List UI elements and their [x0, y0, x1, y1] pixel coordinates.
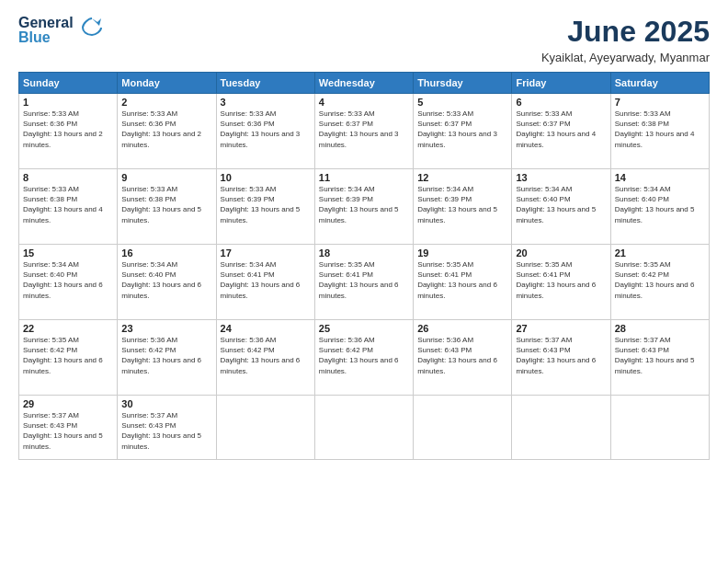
calendar-cell: 12 Sunrise: 5:34 AM Sunset: 6:39 PM Dayl… [414, 169, 512, 245]
logo-bird-icon [79, 15, 105, 46]
calendar-cell: 18 Sunrise: 5:35 AM Sunset: 6:41 PM Dayl… [314, 245, 413, 320]
calendar-cell: 24 Sunrise: 5:36 AM Sunset: 6:42 PM Dayl… [216, 320, 314, 396]
calendar-cell: 20 Sunrise: 5:35 AM Sunset: 6:41 PM Dayl… [512, 245, 610, 320]
day-info: Sunrise: 5:34 AM Sunset: 6:39 PM Dayligh… [417, 184, 507, 225]
day-number: 12 [417, 172, 507, 183]
calendar-cell: 9 Sunrise: 5:33 AM Sunset: 6:38 PM Dayli… [118, 169, 216, 245]
calendar-cell: 22 Sunrise: 5:35 AM Sunset: 6:42 PM Dayl… [19, 320, 118, 396]
day-number: 2 [121, 97, 211, 108]
page: General Blue June 2025 Kyaiklat, Ayeyarw… [0, 0, 728, 563]
calendar-cell [216, 396, 314, 460]
title-block: June 2025 Kyaiklat, Ayeyarwady, Myanmar [541, 15, 710, 64]
calendar-cell: 19 Sunrise: 5:35 AM Sunset: 6:41 PM Dayl… [414, 245, 512, 320]
calendar-cell: 14 Sunrise: 5:34 AM Sunset: 6:40 PM Dayl… [610, 169, 709, 245]
day-number: 22 [23, 323, 113, 334]
day-number: 20 [516, 247, 606, 259]
day-number: 14 [615, 172, 705, 183]
weekday-header-thursday: Thursday [414, 73, 512, 94]
calendar-cell [314, 396, 413, 460]
day-info: Sunrise: 5:34 AM Sunset: 6:40 PM Dayligh… [23, 259, 113, 301]
weekday-header-friday: Friday [512, 73, 610, 94]
day-info: Sunrise: 5:34 AM Sunset: 6:40 PM Dayligh… [121, 259, 211, 301]
day-number: 4 [319, 97, 409, 108]
day-number: 15 [23, 247, 113, 259]
day-info: Sunrise: 5:37 AM Sunset: 6:43 PM Dayligh… [615, 335, 705, 376]
day-info: Sunrise: 5:36 AM Sunset: 6:43 PM Dayligh… [417, 335, 507, 376]
day-info: Sunrise: 5:33 AM Sunset: 6:36 PM Dayligh… [23, 109, 113, 150]
location: Kyaiklat, Ayeyarwady, Myanmar [541, 51, 710, 64]
day-info: Sunrise: 5:33 AM Sunset: 6:37 PM Dayligh… [319, 109, 409, 150]
day-info: Sunrise: 5:36 AM Sunset: 6:42 PM Dayligh… [121, 335, 211, 376]
day-number: 21 [615, 247, 705, 259]
calendar-cell: 15 Sunrise: 5:34 AM Sunset: 6:40 PM Dayl… [19, 245, 118, 320]
calendar-cell: 10 Sunrise: 5:33 AM Sunset: 6:39 PM Dayl… [216, 169, 314, 245]
day-info: Sunrise: 5:33 AM Sunset: 6:36 PM Dayligh… [121, 109, 211, 150]
weekday-header-wednesday: Wednesday [314, 73, 413, 94]
day-number: 17 [221, 247, 311, 259]
day-number: 19 [417, 247, 507, 259]
day-info: Sunrise: 5:33 AM Sunset: 6:36 PM Dayligh… [221, 109, 311, 150]
day-number: 13 [516, 172, 606, 183]
day-info: Sunrise: 5:35 AM Sunset: 6:42 PM Dayligh… [615, 259, 705, 301]
day-info: Sunrise: 5:33 AM Sunset: 6:37 PM Dayligh… [417, 109, 507, 150]
day-number: 18 [319, 247, 409, 259]
weekday-header-sunday: Sunday [19, 73, 118, 94]
day-info: Sunrise: 5:33 AM Sunset: 6:38 PM Dayligh… [23, 184, 113, 225]
calendar-cell: 17 Sunrise: 5:34 AM Sunset: 6:41 PM Dayl… [216, 245, 314, 320]
logo: General Blue [18, 15, 105, 46]
day-info: Sunrise: 5:33 AM Sunset: 6:38 PM Dayligh… [121, 184, 211, 225]
day-info: Sunrise: 5:34 AM Sunset: 6:40 PM Dayligh… [516, 184, 606, 225]
day-number: 7 [615, 97, 705, 108]
calendar-cell: 1 Sunrise: 5:33 AM Sunset: 6:36 PM Dayli… [19, 94, 118, 169]
day-info: Sunrise: 5:33 AM Sunset: 6:37 PM Dayligh… [516, 109, 606, 150]
calendar-cell: 8 Sunrise: 5:33 AM Sunset: 6:38 PM Dayli… [19, 169, 118, 245]
day-number: 29 [23, 398, 113, 409]
day-info: Sunrise: 5:35 AM Sunset: 6:42 PM Dayligh… [23, 335, 113, 376]
calendar-cell: 5 Sunrise: 5:33 AM Sunset: 6:37 PM Dayli… [414, 94, 512, 169]
day-number: 25 [319, 323, 409, 334]
calendar-cell: 23 Sunrise: 5:36 AM Sunset: 6:42 PM Dayl… [118, 320, 216, 396]
weekday-header-tuesday: Tuesday [216, 73, 314, 94]
calendar-cell [414, 396, 512, 460]
calendar-cell: 30 Sunrise: 5:37 AM Sunset: 6:43 PM Dayl… [118, 396, 216, 460]
day-info: Sunrise: 5:34 AM Sunset: 6:40 PM Dayligh… [615, 184, 705, 225]
calendar-cell: 29 Sunrise: 5:37 AM Sunset: 6:43 PM Dayl… [19, 396, 118, 460]
day-info: Sunrise: 5:33 AM Sunset: 6:39 PM Dayligh… [221, 184, 311, 225]
day-number: 11 [319, 172, 409, 183]
calendar-cell: 27 Sunrise: 5:37 AM Sunset: 6:43 PM Dayl… [512, 320, 610, 396]
calendar-cell: 25 Sunrise: 5:36 AM Sunset: 6:42 PM Dayl… [314, 320, 413, 396]
day-info: Sunrise: 5:34 AM Sunset: 6:41 PM Dayligh… [221, 259, 311, 301]
calendar-cell: 3 Sunrise: 5:33 AM Sunset: 6:36 PM Dayli… [216, 94, 314, 169]
day-info: Sunrise: 5:37 AM Sunset: 6:43 PM Dayligh… [23, 410, 113, 452]
day-number: 26 [417, 323, 507, 334]
day-number: 27 [516, 323, 606, 334]
calendar-cell: 11 Sunrise: 5:34 AM Sunset: 6:39 PM Dayl… [314, 169, 413, 245]
day-info: Sunrise: 5:33 AM Sunset: 6:38 PM Dayligh… [615, 109, 705, 150]
day-number: 16 [121, 247, 211, 259]
day-number: 24 [221, 323, 311, 334]
day-info: Sunrise: 5:35 AM Sunset: 6:41 PM Dayligh… [516, 259, 606, 301]
calendar-cell [512, 396, 610, 460]
day-number: 6 [516, 97, 606, 108]
day-info: Sunrise: 5:35 AM Sunset: 6:41 PM Dayligh… [319, 259, 409, 301]
calendar: SundayMondayTuesdayWednesdayThursdayFrid… [18, 72, 710, 460]
calendar-cell: 21 Sunrise: 5:35 AM Sunset: 6:42 PM Dayl… [610, 245, 709, 320]
day-number: 5 [417, 97, 507, 108]
day-info: Sunrise: 5:36 AM Sunset: 6:42 PM Dayligh… [221, 335, 311, 376]
calendar-cell: 4 Sunrise: 5:33 AM Sunset: 6:37 PM Dayli… [314, 94, 413, 169]
day-info: Sunrise: 5:37 AM Sunset: 6:43 PM Dayligh… [516, 335, 606, 376]
calendar-cell: 6 Sunrise: 5:33 AM Sunset: 6:37 PM Dayli… [512, 94, 610, 169]
calendar-cell: 13 Sunrise: 5:34 AM Sunset: 6:40 PM Dayl… [512, 169, 610, 245]
day-info: Sunrise: 5:37 AM Sunset: 6:43 PM Dayligh… [121, 410, 211, 452]
weekday-header-saturday: Saturday [610, 73, 709, 94]
day-info: Sunrise: 5:34 AM Sunset: 6:39 PM Dayligh… [319, 184, 409, 225]
calendar-cell: 16 Sunrise: 5:34 AM Sunset: 6:40 PM Dayl… [118, 245, 216, 320]
day-number: 28 [615, 323, 705, 334]
month-title: June 2025 [541, 15, 710, 49]
logo-blue: Blue [18, 30, 74, 45]
day-number: 3 [221, 97, 311, 108]
day-number: 8 [23, 172, 113, 183]
logo-general: General [18, 16, 74, 30]
day-info: Sunrise: 5:35 AM Sunset: 6:41 PM Dayligh… [417, 259, 507, 301]
day-number: 9 [121, 172, 211, 183]
